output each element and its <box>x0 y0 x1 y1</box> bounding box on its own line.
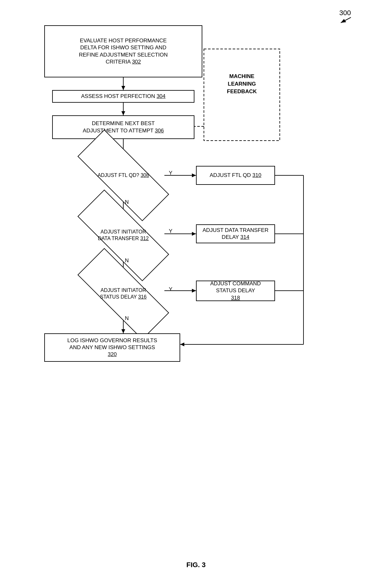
label-n3: N <box>125 315 129 322</box>
diamond-316: ADJUST INITIATORSTATUS DELAY 316 <box>70 273 177 314</box>
label-y2: Y <box>169 228 172 234</box>
svg-marker-9 <box>192 173 196 177</box>
box-304: ASSESS HOST PERFECTION 304 <box>52 90 194 103</box>
svg-marker-19 <box>121 329 125 333</box>
ml-feedback-label: MACHINELEARNINGFEEDBACK <box>209 73 275 95</box>
svg-marker-5 <box>121 111 125 115</box>
box-320: LOG ISHWO GOVERNOR RESULTS AND ANY NEW I… <box>44 333 180 362</box>
label-n1: N <box>125 199 129 205</box>
box-310: ADJUST FTL QD 310 <box>196 166 275 185</box>
box-314: ADJUST DATA TRANSFER DELAY 314 <box>196 224 275 243</box>
svg-marker-1 <box>341 19 346 23</box>
svg-marker-17 <box>192 289 196 293</box>
svg-marker-13 <box>192 232 196 236</box>
svg-marker-3 <box>121 86 125 90</box>
svg-line-0 <box>341 17 351 23</box>
svg-marker-25 <box>180 342 184 346</box>
label-n2: N <box>125 258 129 264</box>
diamond-308: ADJUST FTL QD? 308 <box>70 155 177 196</box>
box-318: ADJUST COMMAND STATUS DELAY318 <box>196 281 275 301</box>
ref-300: 300 <box>339 9 351 17</box>
box-306: DETERMINE NEXT BEST ADJUSTMENT TO ATTEMP… <box>52 115 194 139</box>
diamond-312: ADJUST INITIATORDATA TRANSFER 312 <box>70 215 177 256</box>
label-y3: Y <box>169 286 172 293</box>
box-302: EVALUATE HOST PERFORMANCE DELTA FOR ISHW… <box>44 25 202 77</box>
figure-caption: FIG. 3 <box>186 561 205 569</box>
label-y1: Y <box>169 170 172 176</box>
diagram-container: 300 <box>0 0 392 588</box>
